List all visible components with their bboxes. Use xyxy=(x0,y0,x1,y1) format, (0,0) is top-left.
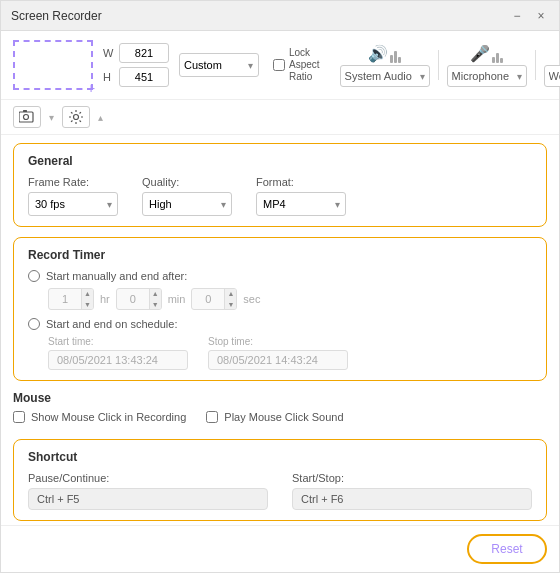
height-label: H xyxy=(103,71,115,83)
lock-aspect-label: Lock AspectRatio xyxy=(289,47,320,83)
hr-down-arrow[interactable]: ▼ xyxy=(81,299,93,310)
toolbar-chevron[interactable]: ▾ xyxy=(49,112,54,123)
webcam-group: 📷 Webcam xyxy=(544,43,560,87)
canvas-preview: + xyxy=(13,40,93,90)
divider-2 xyxy=(438,50,439,80)
shortcut-row: Pause/Continue: Ctrl + F5 Start/Stop: Ct… xyxy=(28,472,532,510)
height-row: H xyxy=(103,67,169,87)
hr-input[interactable] xyxy=(49,288,81,310)
settings-chevron[interactable]: ▴ xyxy=(98,112,103,123)
schedule-radio[interactable] xyxy=(28,318,40,330)
settings-icon[interactable] xyxy=(62,106,90,128)
system-audio-select[interactable]: System Audio xyxy=(340,65,430,87)
stop-time-label: Stop time: xyxy=(208,336,348,347)
width-row: W xyxy=(103,43,169,63)
timer-inputs: ▲ ▼ hr ▲ ▼ min ▲ ▼ xyxy=(48,288,532,310)
reset-button[interactable]: Reset xyxy=(467,534,547,564)
preset-select-wrap: Custom xyxy=(179,53,259,77)
minimize-button[interactable]: − xyxy=(509,8,525,24)
schedule-row: Start and end on schedule: xyxy=(28,318,532,330)
top-section: + W H Custom Lock AspectRatio xyxy=(1,31,559,100)
start-time-value[interactable]: 08/05/2021 13:43:24 xyxy=(48,350,188,370)
record-timer-section: Record Timer Start manually and end afte… xyxy=(13,237,547,381)
pause-field: Pause/Continue: Ctrl + F5 xyxy=(28,472,268,510)
pause-value[interactable]: Ctrl + F5 xyxy=(28,488,268,510)
sec-input-wrap: ▲ ▼ xyxy=(191,288,237,310)
stop-time-field: Stop time: 08/05/2021 14:43:24 xyxy=(208,336,348,370)
manually-radio[interactable] xyxy=(28,270,40,282)
preset-select[interactable]: Custom xyxy=(179,53,259,77)
pause-label: Pause/Continue: xyxy=(28,472,268,484)
svg-rect-0 xyxy=(19,112,33,122)
show-click-checkbox[interactable] xyxy=(13,411,25,423)
height-input[interactable] xyxy=(119,67,169,87)
lock-aspect-group: Lock AspectRatio xyxy=(273,47,320,83)
frame-rate-select-wrap: 30 fps 15 fps 20 fps 24 fps 60 fps xyxy=(28,192,118,216)
title-bar-controls: − × xyxy=(509,8,549,24)
start-time-field: Start time: 08/05/2021 13:43:24 xyxy=(48,336,188,370)
start-stop-field: Start/Stop: Ctrl + F6 xyxy=(292,472,532,510)
format-select[interactable]: MP4 MOV AVI FLV xyxy=(256,192,346,216)
microphone-select[interactable]: Microphone xyxy=(447,65,527,87)
frame-rate-select[interactable]: 30 fps 15 fps 20 fps 24 fps 60 fps xyxy=(28,192,118,216)
general-row: Frame Rate: 30 fps 15 fps 20 fps 24 fps … xyxy=(28,176,532,216)
min-unit: min xyxy=(168,293,186,305)
play-sound-label: Play Mouse Click Sound xyxy=(224,411,343,423)
start-stop-label: Start/Stop: xyxy=(292,472,532,484)
system-audio-select-wrap: System Audio xyxy=(340,65,430,87)
format-label: Format: xyxy=(256,176,346,188)
title-bar: Screen Recorder − × xyxy=(1,1,559,31)
general-section: General Frame Rate: 30 fps 15 fps 20 fps… xyxy=(13,143,547,227)
format-group: Format: MP4 MOV AVI FLV xyxy=(256,176,346,216)
record-timer-title: Record Timer xyxy=(28,248,532,262)
min-input[interactable] xyxy=(117,288,149,310)
mouse-title: Mouse xyxy=(13,391,547,405)
show-click-label: Show Mouse Click in Recording xyxy=(31,411,186,423)
screenshot-icon[interactable] xyxy=(13,106,41,128)
canvas-cross-icon: + xyxy=(85,82,97,94)
hr-input-wrap: ▲ ▼ xyxy=(48,288,94,310)
manually-row: Start manually and end after: xyxy=(28,270,532,282)
stop-time-value[interactable]: 08/05/2021 14:43:24 xyxy=(208,350,348,370)
width-input[interactable] xyxy=(119,43,169,63)
min-up-arrow[interactable]: ▲ xyxy=(149,288,161,299)
close-button[interactable]: × xyxy=(533,8,549,24)
hr-up-arrow[interactable]: ▲ xyxy=(81,288,93,299)
quality-select[interactable]: High Low Medium xyxy=(142,192,232,216)
mouse-section: Mouse Show Mouse Click in Recording Play… xyxy=(13,391,547,429)
shortcut-title: Shortcut xyxy=(28,450,532,464)
system-audio-group: 🔊 System Audio xyxy=(340,43,430,87)
general-title: General xyxy=(28,154,532,168)
hr-arrows: ▲ ▼ xyxy=(81,288,93,310)
frame-rate-group: Frame Rate: 30 fps 15 fps 20 fps 24 fps … xyxy=(28,176,118,216)
microphone-group: 🎤 Microphone xyxy=(447,43,527,87)
frame-rate-label: Frame Rate: xyxy=(28,176,118,188)
toolbar: ▾ ▴ xyxy=(1,100,559,135)
start-stop-value[interactable]: Ctrl + F6 xyxy=(292,488,532,510)
schedule-inputs: Start time: 08/05/2021 13:43:24 Stop tim… xyxy=(48,336,532,370)
sec-input[interactable] xyxy=(192,288,224,310)
system-audio-icon: 🔊 xyxy=(368,43,401,63)
quality-group: Quality: High Low Medium xyxy=(142,176,232,216)
lock-aspect-checkbox[interactable] xyxy=(273,59,285,71)
manually-label: Start manually and end after: xyxy=(46,270,187,282)
min-down-arrow[interactable]: ▼ xyxy=(149,299,161,310)
dimensions: W H xyxy=(103,43,169,87)
min-arrows: ▲ ▼ xyxy=(149,288,161,310)
sec-unit: sec xyxy=(243,293,260,305)
start-time-label: Start time: xyxy=(48,336,188,347)
content-area: General Frame Rate: 30 fps 15 fps 20 fps… xyxy=(1,135,559,525)
svg-rect-2 xyxy=(23,110,27,112)
svg-point-3 xyxy=(74,115,79,120)
microphone-select-wrap: Microphone xyxy=(447,65,527,87)
quality-label: Quality: xyxy=(142,176,232,188)
play-sound-checkbox[interactable] xyxy=(206,411,218,423)
webcam-select[interactable]: Webcam xyxy=(544,65,560,87)
hr-unit: hr xyxy=(100,293,110,305)
sec-arrows: ▲ ▼ xyxy=(224,288,236,310)
divider-3 xyxy=(535,50,536,80)
footer: Reset xyxy=(1,525,559,572)
sec-up-arrow[interactable]: ▲ xyxy=(224,288,236,299)
sec-down-arrow[interactable]: ▼ xyxy=(224,299,236,310)
svg-point-1 xyxy=(24,115,29,120)
